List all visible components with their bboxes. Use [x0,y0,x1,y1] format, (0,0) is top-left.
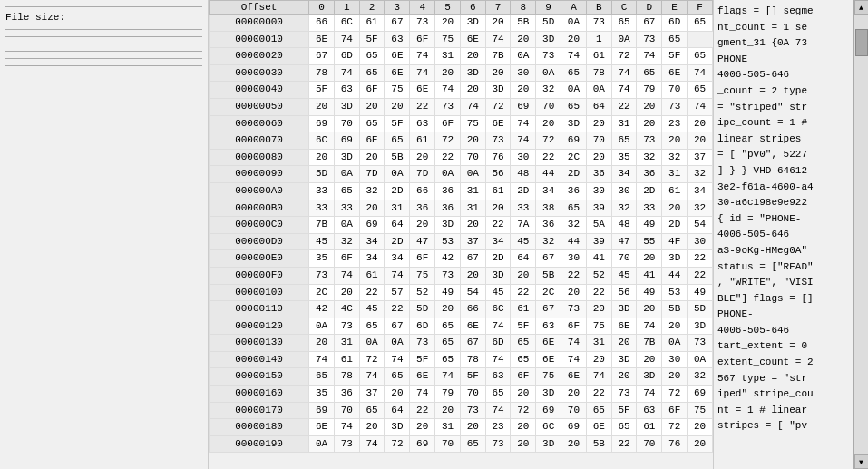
hex-cell[interactable]: 65 [688,15,713,32]
hex-cell[interactable]: 42 [435,250,461,268]
hex-cell[interactable]: 78 [309,64,335,82]
hex-cell[interactable]: 73 [662,98,688,115]
hex-cell[interactable]: 55 [637,233,662,250]
hex-cell[interactable]: 31 [662,166,688,183]
hex-cell[interactable]: 32 [662,149,688,166]
hex-cell[interactable]: 7B [485,48,511,65]
hex-cell[interactable]: 2D [385,182,410,200]
hex-cell[interactable]: 63 [637,402,662,419]
hex-cell[interactable]: 36 [410,200,435,217]
hex-cell[interactable]: 0A [435,166,461,183]
hex-cell[interactable]: 74 [511,115,536,132]
hex-cell[interactable]: 74 [485,31,511,48]
hex-cell[interactable]: 7B [637,335,662,352]
hex-cell[interactable]: 52 [586,267,611,284]
hex-cell[interactable]: 63 [334,82,359,99]
hex-cell[interactable]: 74 [359,368,385,386]
scrollbar-thumb[interactable] [855,29,868,56]
hex-cell[interactable]: 0A [385,166,410,183]
hex-cell[interactable]: 73 [309,267,335,284]
hex-cell[interactable]: 7D [410,166,435,183]
hex-cell[interactable]: 74 [561,351,587,368]
hex-cell[interactable]: 0A [561,82,587,99]
hex-cell[interactable]: 5B [586,435,611,453]
hex-cell[interactable]: 20 [561,386,587,403]
hex-cell[interactable]: 7A [511,217,536,234]
hex-cell[interactable]: 74 [637,318,662,335]
hex-cell[interactable]: 49 [435,284,461,301]
hex-cell[interactable]: 64 [586,98,611,115]
hex-cell[interactable]: 78 [334,368,359,386]
hex-cell[interactable]: 45 [359,301,385,318]
hex-cell[interactable]: 20 [485,200,511,217]
hex-cell[interactable]: 6F [410,31,435,48]
hex-cell[interactable]: 73 [410,15,435,32]
hex-cell[interactable]: 3D [334,98,359,115]
hex-cell[interactable]: 34 [485,233,511,250]
hex-cell[interactable]: 36 [536,217,561,234]
hex-cell[interactable]: 31 [435,419,461,436]
hex-cell[interactable]: 37 [460,233,485,250]
hex-cell[interactable]: 67 [536,301,561,318]
hex-cell[interactable]: 72 [435,132,461,150]
hex-cell[interactable]: 56 [611,284,637,301]
hex-cell[interactable]: 63 [385,31,410,48]
hex-cell[interactable]: 20 [611,335,637,352]
hex-scroll-area[interactable]: Offset 0 1 2 3 4 5 6 7 8 9 A B C D E F [209,0,713,469]
hex-cell[interactable]: 31 [611,115,637,132]
hex-cell[interactable]: 20 [586,149,611,166]
hex-cell[interactable]: 65 [688,82,713,99]
hex-cell[interactable]: 3D [485,267,511,284]
hex-cell[interactable]: 36 [435,200,461,217]
hex-cell[interactable]: 66 [460,301,485,318]
hex-cell[interactable]: 0A [309,435,335,453]
hex-cell[interactable]: 65 [359,402,385,419]
hex-cell[interactable]: 65 [460,435,485,453]
hex-cell[interactable]: 3D [385,419,410,436]
hex-cell[interactable]: 32 [688,368,713,386]
hex-cell[interactable]: 73 [334,318,359,335]
hex-cell[interactable]: 67 [460,335,485,352]
hex-cell[interactable]: 5F [460,368,485,386]
hex-cell[interactable]: 6E [561,368,587,386]
hex-cell[interactable]: 20 [385,98,410,115]
hex-cell[interactable]: 20 [637,115,662,132]
hex-cell[interactable]: 74 [611,82,637,99]
hex-cell[interactable]: 69 [309,115,335,132]
hex-cell[interactable]: 0A [662,335,688,352]
hex-cell[interactable]: 66 [309,15,335,32]
hex-cell[interactable]: 32 [637,149,662,166]
hex-cell[interactable]: 44 [662,267,688,284]
hex-cell[interactable]: 20 [662,318,688,335]
hex-cell[interactable]: 65 [561,64,587,82]
hex-cell[interactable]: 47 [611,233,637,250]
hex-cell[interactable]: 74 [586,368,611,386]
hex-cell[interactable]: 75 [536,368,561,386]
hex-cell[interactable]: 70 [536,98,561,115]
hex-cell[interactable]: 74 [688,64,713,82]
hex-cell[interactable]: 67 [385,318,410,335]
hex-cell[interactable]: 20 [662,368,688,386]
hex-cell[interactable]: 3D [611,301,637,318]
hex-cell[interactable]: 75 [460,115,485,132]
hex-cell[interactable]: 22 [688,267,713,284]
hex-cell[interactable]: 65 [586,402,611,419]
hex-cell[interactable]: 41 [586,250,611,268]
hex-cell[interactable]: 20 [536,115,561,132]
hex-cell[interactable]: 49 [688,284,713,301]
hex-cell[interactable]: 20 [511,386,536,403]
hex-cell[interactable]: 36 [586,166,611,183]
hex-cell[interactable]: 57 [385,284,410,301]
hex-cell[interactable]: 67 [536,250,561,268]
hex-cell[interactable]: 61 [485,182,511,200]
hex-cell[interactable]: 65 [511,335,536,352]
hex-cell[interactable]: 65 [561,200,587,217]
hex-cell[interactable]: 6E [536,335,561,352]
hex-cell[interactable]: 74 [410,48,435,65]
hex-cell[interactable]: 69 [688,386,713,403]
hex-cell[interactable]: 74 [485,402,511,419]
hex-cell[interactable]: 69 [309,402,335,419]
hex-cell[interactable]: 73 [611,386,637,403]
hex-cell[interactable]: 20 [309,335,335,352]
hex-cell[interactable]: 70 [460,149,485,166]
